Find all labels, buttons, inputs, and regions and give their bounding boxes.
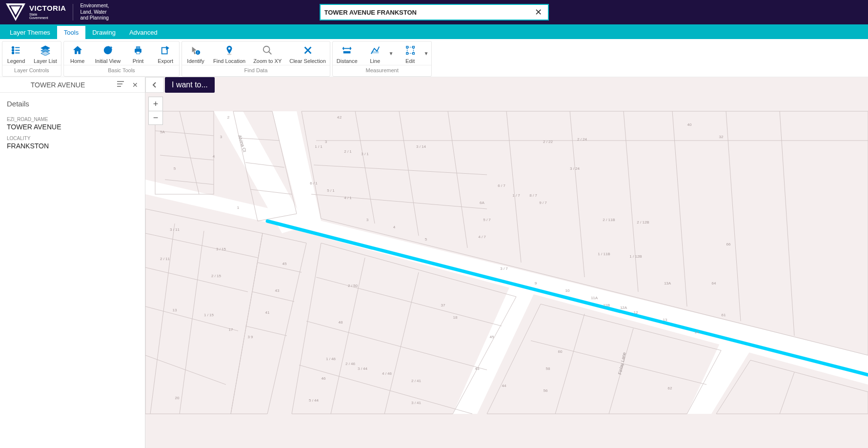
identify-button[interactable]: i Identify <box>182 41 209 65</box>
svg-point-21 <box>228 47 231 50</box>
layers-icon <box>40 44 51 56</box>
svg-text:5: 5 <box>174 166 176 171</box>
zoom-out-button[interactable]: − <box>149 111 162 124</box>
edit-dropdown-caret[interactable]: ▼ <box>424 51 432 56</box>
svg-text:1 / 1: 1 / 1 <box>315 144 323 149</box>
layer-list-button[interactable]: Layer List <box>30 41 61 65</box>
svg-text:43: 43 <box>475 367 480 371</box>
legend-button[interactable]: Legend <box>2 41 30 65</box>
svg-text:3 / 11: 3 / 11 <box>170 227 180 232</box>
print-icon <box>132 44 144 56</box>
export-button[interactable]: Export <box>152 41 179 65</box>
svg-text:32: 32 <box>719 135 724 139</box>
svg-text:4: 4 <box>213 154 215 159</box>
svg-marker-11 <box>41 51 50 56</box>
search-box[interactable]: ✕ <box>320 4 549 20</box>
line-dropdown-caret[interactable]: ▼ <box>389 51 397 56</box>
tab-advanced[interactable]: Advanced <box>122 26 164 39</box>
clear-search-icon[interactable]: ✕ <box>533 7 544 18</box>
export-icon <box>160 44 171 56</box>
svg-text:17: 17 <box>229 327 233 332</box>
svg-text:4 / 7: 4 / 7 <box>478 235 486 239</box>
svg-text:5 / 1: 5 / 1 <box>327 188 335 193</box>
svg-text:2 / 50: 2 / 50 <box>348 284 358 288</box>
svg-text:3 / 41: 3 / 41 <box>411 401 422 405</box>
svg-rect-15 <box>136 47 140 49</box>
app-header: VICTORIA State Government Environment, L… <box>0 0 868 24</box>
svg-text:2 / 41: 2 / 41 <box>411 379 422 383</box>
svg-text:3: 3 <box>325 140 327 144</box>
svg-rect-32 <box>406 53 408 55</box>
home-button[interactable]: Home <box>64 41 91 65</box>
svg-text:41: 41 <box>265 310 270 315</box>
zoom-to-xy-button[interactable]: Zoom to XY <box>249 41 285 65</box>
print-button[interactable]: Print <box>124 41 152 65</box>
clear-selection-button[interactable]: Clear Selection <box>285 41 330 65</box>
svg-rect-28 <box>343 51 351 54</box>
line-button[interactable]: Line <box>362 41 389 65</box>
svg-text:1 / 7: 1 / 7 <box>512 193 520 198</box>
svg-text:62: 62 <box>668 386 672 390</box>
field-value: TOWER AVENUE <box>7 123 138 131</box>
svg-text:2 / 11: 2 / 11 <box>160 257 170 261</box>
zoom-in-button[interactable]: + <box>149 97 162 111</box>
svg-text:3 / 44: 3 / 44 <box>358 367 368 371</box>
svg-text:48: 48 <box>339 320 343 325</box>
search-input[interactable] <box>324 9 533 16</box>
home-icon <box>72 44 83 56</box>
svg-text:2 / 46: 2 / 46 <box>345 362 356 366</box>
svg-text:3 9: 3 9 <box>247 335 253 339</box>
map-viewport[interactable]: I want to... + − <box>145 77 868 448</box>
collapse-panel-button[interactable] <box>145 77 164 93</box>
svg-text:10: 10 <box>565 288 570 293</box>
distance-button[interactable]: Distance <box>333 41 362 65</box>
svg-text:3 / 7: 3 / 7 <box>500 266 508 271</box>
field-label: LOCALITY <box>7 136 138 141</box>
initial-view-button[interactable]: Initial View <box>91 41 124 65</box>
ribbon-group-label: Find Data <box>182 65 330 76</box>
svg-text:56: 56 <box>544 388 548 393</box>
svg-text:66: 66 <box>727 242 731 246</box>
tab-layer-themes[interactable]: Layer Themes <box>3 26 57 39</box>
tab-drawing[interactable]: Drawing <box>85 26 122 39</box>
field-label: EZI_ROAD_NAME <box>7 117 138 122</box>
ribbon-group-layer-controls: Legend Layer List Layer Controls <box>2 41 61 77</box>
svg-rect-30 <box>406 46 408 48</box>
svg-text:5 / 7: 5 / 7 <box>483 218 491 222</box>
ribbon-group-label: Measurement <box>333 65 432 76</box>
svg-text:64: 64 <box>712 281 716 285</box>
svg-rect-33 <box>412 53 414 55</box>
side-panel-header: TOWER AVENUE ✕ <box>0 77 145 93</box>
distance-icon <box>341 44 353 56</box>
panel-close-icon[interactable]: ✕ <box>130 81 140 89</box>
svg-text:40: 40 <box>687 122 692 127</box>
svg-text:37: 37 <box>441 303 445 307</box>
svg-text:1 / 46: 1 / 46 <box>326 357 336 361</box>
victoria-logo-text: VICTORIA State Government <box>29 4 66 20</box>
i-want-to-button[interactable]: I want to... <box>165 77 215 93</box>
svg-text:2 / 24: 2 / 24 <box>577 137 587 142</box>
tab-tools[interactable]: Tools <box>57 26 85 39</box>
svg-text:2 / 22: 2 / 22 <box>543 140 553 144</box>
main-content: TOWER AVENUE ✕ Details EZI_ROAD_NAME TOW… <box>0 77 868 448</box>
svg-text:3 / 24: 3 / 24 <box>570 166 580 171</box>
initial-view-icon <box>102 44 114 56</box>
ribbon-group-label: Basic Tools <box>64 65 179 76</box>
svg-text:2 / 1: 2 / 1 <box>344 149 352 154</box>
svg-text:3: 3 <box>220 135 222 139</box>
svg-text:20: 20 <box>175 396 180 400</box>
location-pin-icon <box>223 44 235 56</box>
edit-button[interactable]: Edit <box>397 41 424 65</box>
svg-text:4 / 1: 4 / 1 <box>344 196 352 200</box>
panel-menu-icon[interactable] <box>115 81 126 89</box>
side-panel: TOWER AVENUE ✕ Details EZI_ROAD_NAME TOW… <box>0 77 145 448</box>
map-canvas[interactable]: Alvina Ct Finlay Lane 5A5432 13 / 112 / … <box>145 77 868 448</box>
search-container: ✕ <box>320 4 549 20</box>
svg-text:45: 45 <box>490 335 494 339</box>
svg-text:43: 43 <box>275 288 280 293</box>
svg-text:1 / 15: 1 / 15 <box>204 313 214 317</box>
find-location-button[interactable]: Find Location <box>209 41 249 65</box>
svg-text:1 / 11B: 1 / 11B <box>598 252 610 256</box>
ribbon-group-measurement: Distance Line ▼ Edit ▼ Measurement <box>332 41 432 77</box>
svg-rect-31 <box>412 46 414 48</box>
